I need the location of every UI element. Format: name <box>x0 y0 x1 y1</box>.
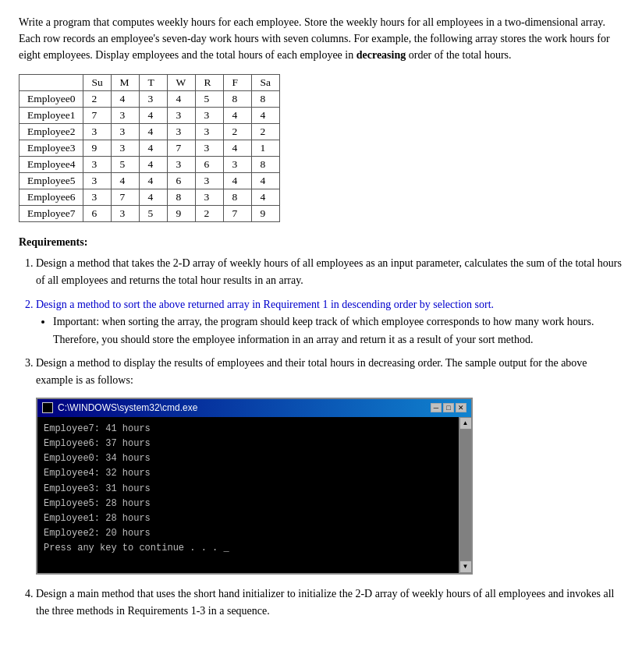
hours-table: Su M T W R F Sa Employee02434588Employee… <box>19 74 280 222</box>
hours-cell: 2 <box>224 124 252 140</box>
hours-cell: 3 <box>168 124 196 140</box>
hours-cell: 3 <box>196 124 224 140</box>
hours-cell: 8 <box>252 91 280 108</box>
hours-cell: 3 <box>196 140 224 157</box>
hours-cell: 6 <box>83 206 112 222</box>
intro-bold: decreasing <box>356 49 406 61</box>
cmd-title: C:\WINDOWS\system32\cmd.exe <box>58 401 197 416</box>
cmd-line: Employee5: 28 hours <box>44 497 452 511</box>
requirement-2: Design a method to sort the above return… <box>36 296 623 348</box>
col-header-r: R <box>196 75 224 91</box>
table-row: Employee39347341 <box>20 140 280 157</box>
req4-text: Design a main method that uses the short… <box>36 588 614 617</box>
hours-cell: 3 <box>196 173 224 189</box>
hours-cell: 4 <box>140 189 168 206</box>
hours-cell: 8 <box>168 189 196 206</box>
col-header-su: Su <box>83 75 112 91</box>
hours-cell: 4 <box>252 108 280 124</box>
hours-cell: 7 <box>112 189 140 206</box>
cmd-line: Press any key to continue . . . _ <box>44 541 452 556</box>
requirements-list: Design a method that takes the 2-D array… <box>36 255 623 621</box>
scroll-track <box>459 430 471 561</box>
hours-cell: 3 <box>112 206 140 222</box>
hours-cell: 3 <box>168 108 196 124</box>
intro-paragraph: Write a program that computes weekly hou… <box>19 14 623 63</box>
hours-cell: 8 <box>224 189 252 206</box>
hours-cell: 3 <box>196 108 224 124</box>
hours-cell: 3 <box>140 91 168 108</box>
cmd-window: C:\WINDOWS\system32\cmd.exe ─ □ ✕ Employ… <box>36 398 473 575</box>
hours-cell: 7 <box>224 206 252 222</box>
col-header-empty <box>20 75 83 91</box>
hours-cell: 3 <box>196 189 224 206</box>
hours-cell: 5 <box>196 91 224 108</box>
scroll-up-button[interactable]: ▲ <box>459 417 472 430</box>
hours-cell: 9 <box>83 140 112 157</box>
employee-name-cell: Employee7 <box>20 206 83 222</box>
page-content: Write a program that computes weekly hou… <box>19 14 623 621</box>
hours-cell: 8 <box>252 157 280 173</box>
employee-name-cell: Employee3 <box>20 140 83 157</box>
hours-cell: 4 <box>140 108 168 124</box>
minimize-button[interactable]: ─ <box>431 403 442 412</box>
requirements-title: Requirements: <box>19 236 623 249</box>
hours-cell: 7 <box>83 108 112 124</box>
maximize-button[interactable]: □ <box>443 403 454 412</box>
hours-cell: 4 <box>224 140 252 157</box>
hours-cell: 3 <box>168 157 196 173</box>
hours-cell: 4 <box>252 173 280 189</box>
requirement-3: Design a method to display the results o… <box>36 355 623 575</box>
hours-cell: 4 <box>112 173 140 189</box>
col-header-sa: Sa <box>252 75 280 91</box>
cmd-titlebar: C:\WINDOWS\system32\cmd.exe ─ □ ✕ <box>37 399 471 417</box>
cmd-window-inner: Employee7: 41 hoursEmployee6: 37 hoursEm… <box>37 417 471 573</box>
req2-bullets: Important: when sorting the array, the p… <box>53 313 623 348</box>
employee-name-cell: Employee0 <box>20 91 83 108</box>
col-header-t: T <box>140 75 168 91</box>
req2-bullet-text: Important: when sorting the array, the p… <box>53 316 594 345</box>
hours-cell: 5 <box>140 206 168 222</box>
hours-cell: 5 <box>112 157 140 173</box>
hours-cell: 8 <box>224 91 252 108</box>
col-header-w: W <box>168 75 196 91</box>
req2-text: Design a method to sort the above return… <box>36 299 494 310</box>
hours-cell: 3 <box>224 157 252 173</box>
table-row: Employee43543638 <box>20 157 280 173</box>
table-row: Employee02434588 <box>20 91 280 108</box>
hours-cell: 3 <box>83 173 112 189</box>
cmd-line: Employee1: 28 hours <box>44 511 452 526</box>
table-row: Employee63748384 <box>20 189 280 206</box>
intro-text1: Write a program that computes weekly hou… <box>19 16 610 61</box>
employee-name-cell: Employee1 <box>20 108 83 124</box>
employee-name-cell: Employee6 <box>20 189 83 206</box>
table-header-row: Su M T W R F Sa <box>20 75 280 91</box>
cmd-line: Employee6: 37 hours <box>44 437 452 451</box>
cmd-line: Employee3: 31 hours <box>44 482 452 497</box>
hours-cell: 4 <box>140 173 168 189</box>
cmd-line: Employee7: 41 hours <box>44 422 452 437</box>
hours-cell: 4 <box>140 140 168 157</box>
requirement-4: Design a main method that uses the short… <box>36 585 623 621</box>
cmd-icon <box>42 402 53 413</box>
hours-cell: 3 <box>112 124 140 140</box>
intro-text2: order of the total hours. <box>406 49 511 61</box>
cmd-output: Employee7: 41 hoursEmployee6: 37 hoursEm… <box>37 417 459 573</box>
hours-cell: 4 <box>112 91 140 108</box>
hours-cell: 3 <box>112 108 140 124</box>
cmd-line: Employee2: 20 hours <box>44 526 452 541</box>
close-button[interactable]: ✕ <box>456 403 466 412</box>
hours-cell: 4 <box>252 189 280 206</box>
col-header-m: M <box>112 75 140 91</box>
table-row: Employee23343322 <box>20 124 280 140</box>
hours-cell: 9 <box>168 206 196 222</box>
hours-cell: 3 <box>83 157 112 173</box>
req3-text: Design a method to display the results o… <box>36 357 587 386</box>
hours-cell: 6 <box>196 157 224 173</box>
hours-cell: 2 <box>196 206 224 222</box>
hours-cell: 4 <box>224 173 252 189</box>
requirement-1: Design a method that takes the 2-D array… <box>36 255 623 290</box>
scroll-down-button[interactable]: ▼ <box>459 561 472 573</box>
cmd-line: Employee0: 34 hours <box>44 451 452 466</box>
hours-cell: 2 <box>83 91 112 108</box>
hours-cell: 4 <box>140 124 168 140</box>
